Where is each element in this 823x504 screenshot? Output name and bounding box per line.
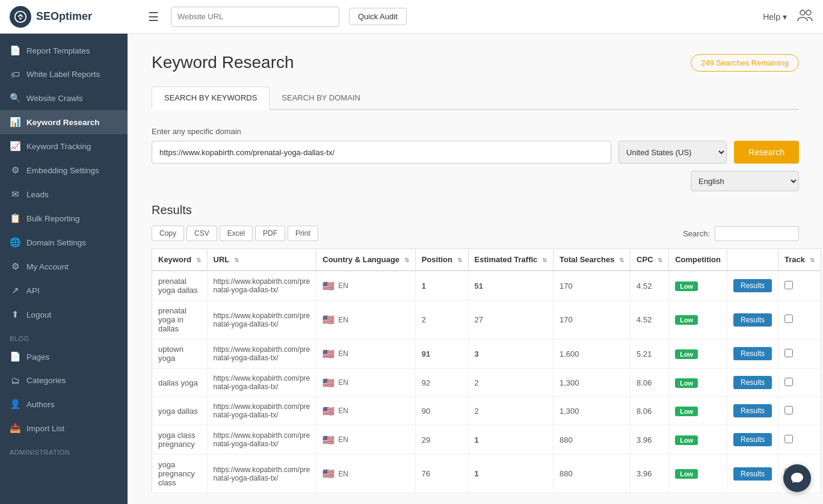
lang-label: EN <box>338 281 348 290</box>
track-checkbox[interactable] <box>784 315 793 323</box>
results-button[interactable]: Results <box>733 279 772 292</box>
tab-row: SEARCH BY KEYWORDS SEARCH BY DOMAIN <box>152 87 799 110</box>
sidebar-item-pages[interactable]: 📄Pages <box>0 345 128 369</box>
keyword-cell: dallas yoga <box>152 369 208 397</box>
sidebar-icon-authors: 👤 <box>10 399 20 410</box>
sidebar-icon-categories: 🗂 <box>10 375 20 386</box>
help-label: Help <box>763 12 780 22</box>
sidebar-item-embedding-settings[interactable]: ⚙Embedding Settings <box>0 158 128 182</box>
low-badge: Low <box>675 378 698 388</box>
country-cell: 🇺🇸 EN <box>316 339 415 369</box>
table-search-input[interactable] <box>715 226 799 241</box>
searches-cell: 1,600 <box>553 339 630 369</box>
low-badge: Low <box>675 281 698 291</box>
sidebar-item-api[interactable]: ↗API <box>0 278 128 303</box>
low-badge: Low <box>675 435 698 445</box>
track-checkbox[interactable] <box>784 406 793 414</box>
traffic-cell: 2 <box>468 397 553 425</box>
results-btn-cell: Results <box>727 369 778 397</box>
results-button[interactable]: Results <box>733 376 772 389</box>
help-button[interactable]: Help ▾ <box>763 12 787 22</box>
results-button[interactable]: Results <box>733 467 772 481</box>
results-button[interactable]: Results <box>733 404 772 417</box>
track-checkbox[interactable] <box>784 281 793 289</box>
sidebar-item-bulk-reporting[interactable]: 📋Bulk Reporting <box>0 206 128 230</box>
low-badge: Low <box>675 349 698 359</box>
country-cell: 🇺🇸 EN <box>316 397 415 425</box>
sidebar-item-categories[interactable]: 🗂Categories <box>0 369 128 392</box>
results-btn-cell: Results <box>727 339 778 369</box>
sidebar-item-my-account[interactable]: ⚙My Account <box>0 254 128 278</box>
sort-icon-searches: ⇅ <box>619 257 624 263</box>
table-actions-left: Copy CSV Excel PDF Print <box>152 226 318 241</box>
position-cell: 1 <box>415 271 468 301</box>
sidebar-icon-website-crawls: 🔍 <box>10 93 20 103</box>
sidebar-icon-logout: ⬆ <box>10 309 20 320</box>
sidebar-icon-report-templates: 📄 <box>10 45 20 56</box>
table-row: dallas yoga https://www.kopabirth.com/pr… <box>152 369 821 397</box>
sidebar-icon-import-list: 📥 <box>10 423 20 434</box>
top-nav: SEOptimer ☰ Quick Audit Help ▾ <box>0 0 823 34</box>
csv-button[interactable]: CSV <box>186 226 217 241</box>
language-select[interactable]: English Spanish French German <box>691 171 799 191</box>
tab-by-domain[interactable]: SEARCH BY DOMAIN <box>270 87 372 110</box>
track-cell <box>778 397 821 425</box>
pdf-button[interactable]: PDF <box>255 226 285 241</box>
results-button[interactable]: Results <box>733 433 772 446</box>
research-button[interactable]: Research <box>734 141 799 164</box>
keyword-cell: yoga dallas <box>152 397 208 425</box>
sidebar-item-keyword-research[interactable]: 📊Keyword Research <box>0 110 128 134</box>
search-row: United States (US) United Kingdom (UK) C… <box>152 141 799 164</box>
print-button[interactable]: Print <box>288 226 318 241</box>
chat-bubble[interactable] <box>783 464 811 492</box>
sidebar-item-white-label-reports[interactable]: 🏷White Label Reports <box>0 63 128 86</box>
traffic-cell: 51 <box>468 271 553 301</box>
sidebar-item-report-templates[interactable]: 📄Report Templates <box>0 38 128 63</box>
sidebar-item-logout[interactable]: ⬆Logout <box>0 303 128 327</box>
keyword-cell: prenatal yoga dallas <box>152 271 208 301</box>
flag-icon: 🇺🇸 <box>322 434 334 446</box>
cpc-cell: 3.96 <box>630 455 669 493</box>
table-search-area: Search: <box>683 226 799 241</box>
sidebar-item-keyword-tracking[interactable]: 📈Keyword Tracking <box>0 134 128 158</box>
users-icon[interactable] <box>797 8 813 26</box>
domain-input[interactable] <box>152 141 611 164</box>
excel-button[interactable]: Excel <box>220 226 253 241</box>
track-cell <box>778 271 821 301</box>
track-checkbox[interactable] <box>784 378 793 386</box>
sort-icon-cpc: ⇅ <box>658 257 662 263</box>
hamburger-icon[interactable]: ☰ <box>146 7 161 26</box>
url-input-top[interactable] <box>171 7 339 27</box>
country-select[interactable]: United States (US) United Kingdom (UK) C… <box>618 141 727 164</box>
flag-icon: 🇺🇸 <box>322 468 334 479</box>
country-cell: 🇺🇸 EN <box>316 369 415 397</box>
low-badge: Low <box>675 315 698 325</box>
lang-label: EN <box>338 378 348 387</box>
sidebar-item-import-list[interactable]: 📥Import List <box>0 416 128 440</box>
main-content: Keyword Research 249 Searches Remaining … <box>128 34 823 504</box>
logo-icon <box>10 6 31 28</box>
copy-button[interactable]: Copy <box>152 226 184 241</box>
results-button[interactable]: Results <box>733 313 772 327</box>
track-checkbox[interactable] <box>784 435 793 443</box>
results-btn-cell: Results <box>727 397 778 425</box>
searches-cell: 170 <box>553 271 630 301</box>
keyword-cell: prenatal yoga in dallas <box>152 301 208 339</box>
track-checkbox[interactable] <box>784 349 793 357</box>
results-btn-cell: Results <box>727 301 778 339</box>
sidebar-icon-keyword-research: 📊 <box>10 117 20 128</box>
quick-audit-button[interactable]: Quick Audit <box>349 8 407 25</box>
tab-by-keywords[interactable]: SEARCH BY KEYWORDS <box>152 87 270 110</box>
sidebar-item-leads[interactable]: ✉Leads <box>0 182 128 206</box>
sidebar-item-domain-settings[interactable]: 🌐Domain Settings <box>0 230 128 254</box>
sidebar-icon-bulk-reporting: 📋 <box>10 213 20 224</box>
table-row: yoga class pregnancy https://www.kopabir… <box>152 425 821 455</box>
sidebar-item-website-crawls[interactable]: 🔍Website Crawls <box>0 86 128 110</box>
url-cell: https://www.kopabirth.com/pre natal-yoga… <box>207 455 316 493</box>
lang-label: EN <box>338 435 348 444</box>
competition-cell: Low <box>669 271 727 301</box>
results-button[interactable]: Results <box>733 347 772 360</box>
searches-remaining-badge: 249 Searches Remaining <box>691 54 799 72</box>
sidebar-item-authors[interactable]: 👤Authors <box>0 392 128 416</box>
country-cell: 🇺🇸 EN <box>316 271 415 301</box>
